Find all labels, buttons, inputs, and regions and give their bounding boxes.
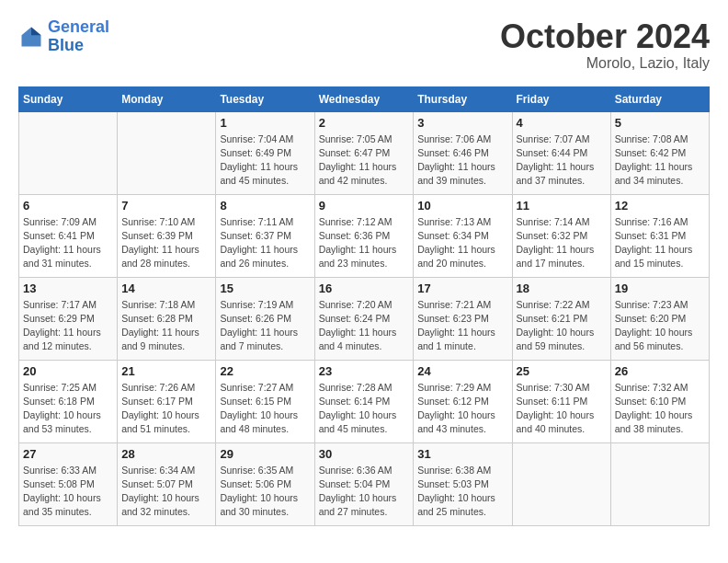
day-info: Sunrise: 7:32 AMSunset: 6:10 PMDaylight:…: [615, 381, 705, 437]
calendar-cell: [118, 111, 216, 194]
day-number: 8: [220, 199, 310, 213]
day-info: Sunrise: 6:35 AMSunset: 5:06 PMDaylight:…: [220, 464, 310, 520]
day-info: Sunrise: 7:10 AMSunset: 6:39 PMDaylight:…: [121, 215, 211, 271]
day-info: Sunrise: 7:22 AMSunset: 6:21 PMDaylight:…: [517, 298, 607, 354]
title-block: October 2024 Morolo, Lazio, Italy: [500, 18, 710, 72]
day-info: Sunrise: 7:06 AMSunset: 6:46 PMDaylight:…: [417, 132, 507, 189]
day-info: Sunrise: 7:18 AMSunset: 6:28 PMDaylight:…: [121, 298, 211, 354]
weekday-header: Thursday: [414, 86, 512, 111]
day-number: 4: [517, 116, 607, 130]
calendar-table: SundayMondayTuesdayWednesdayThursdayFrid…: [18, 86, 710, 526]
day-number: 16: [319, 282, 410, 295]
day-number: 11: [517, 199, 607, 213]
day-info: Sunrise: 7:17 AMSunset: 6:29 PMDaylight:…: [23, 298, 113, 354]
day-info: Sunrise: 7:21 AMSunset: 6:23 PMDaylight:…: [417, 298, 507, 354]
calendar-cell: 26Sunrise: 7:32 AMSunset: 6:10 PMDayligh…: [610, 360, 709, 442]
calendar-cell: 19Sunrise: 7:23 AMSunset: 6:20 PMDayligh…: [610, 277, 709, 360]
day-info: Sunrise: 7:20 AMSunset: 6:24 PMDaylight:…: [319, 298, 410, 354]
weekday-header: Monday: [118, 86, 216, 111]
day-number: 3: [417, 116, 507, 130]
day-number: 18: [517, 282, 607, 295]
day-number: 30: [319, 447, 410, 461]
day-info: Sunrise: 7:25 AMSunset: 6:18 PMDaylight:…: [23, 381, 113, 437]
day-number: 21: [121, 364, 211, 378]
calendar-week-row: 13Sunrise: 7:17 AMSunset: 6:29 PMDayligh…: [19, 277, 710, 360]
day-number: 1: [220, 116, 310, 130]
day-number: 9: [319, 199, 410, 213]
day-info: Sunrise: 7:26 AMSunset: 6:17 PMDaylight:…: [121, 381, 211, 437]
calendar-cell: 10Sunrise: 7:13 AMSunset: 6:34 PMDayligh…: [414, 194, 512, 277]
day-info: Sunrise: 6:34 AMSunset: 5:07 PMDaylight:…: [121, 464, 211, 520]
calendar-cell: 27Sunrise: 6:33 AMSunset: 5:08 PMDayligh…: [19, 442, 118, 525]
page-header: General Blue October 2024 Morolo, Lazio,…: [18, 18, 710, 72]
calendar-cell: 18Sunrise: 7:22 AMSunset: 6:21 PMDayligh…: [512, 277, 610, 360]
calendar-cell: 12Sunrise: 7:16 AMSunset: 6:31 PMDayligh…: [610, 194, 709, 277]
day-number: 17: [417, 282, 507, 295]
calendar-cell: 28Sunrise: 6:34 AMSunset: 5:07 PMDayligh…: [118, 442, 216, 525]
svg-marker-1: [31, 27, 41, 35]
day-number: 15: [220, 282, 310, 295]
day-number: 24: [417, 364, 507, 378]
day-number: 20: [23, 364, 113, 378]
calendar-cell: 7Sunrise: 7:10 AMSunset: 6:39 PMDaylight…: [118, 194, 216, 277]
day-info: Sunrise: 7:27 AMSunset: 6:15 PMDaylight:…: [220, 381, 310, 437]
day-number: 2: [319, 116, 410, 130]
day-number: 26: [615, 364, 705, 378]
calendar-week-row: 6Sunrise: 7:09 AMSunset: 6:41 PMDaylight…: [19, 194, 710, 277]
day-info: Sunrise: 7:28 AMSunset: 6:14 PMDaylight:…: [319, 381, 410, 437]
day-number: 19: [615, 282, 705, 295]
calendar-header: SundayMondayTuesdayWednesdayThursdayFrid…: [19, 86, 710, 111]
weekday-header: Friday: [512, 86, 610, 111]
day-info: Sunrise: 7:11 AMSunset: 6:37 PMDaylight:…: [220, 215, 310, 271]
calendar-cell: 20Sunrise: 7:25 AMSunset: 6:18 PMDayligh…: [19, 360, 118, 442]
weekday-header: Saturday: [610, 86, 709, 111]
day-number: 6: [23, 199, 113, 213]
logo-icon: [18, 24, 44, 50]
day-info: Sunrise: 7:13 AMSunset: 6:34 PMDaylight:…: [417, 215, 507, 271]
calendar-cell: [19, 111, 118, 194]
day-info: Sunrise: 6:38 AMSunset: 5:03 PMDaylight:…: [417, 464, 507, 520]
calendar-cell: 5Sunrise: 7:08 AMSunset: 6:42 PMDaylight…: [610, 111, 709, 194]
day-info: Sunrise: 7:05 AMSunset: 6:47 PMDaylight:…: [319, 132, 410, 189]
logo-line1: General: [48, 17, 109, 36]
calendar-cell: [512, 442, 610, 525]
day-number: 10: [417, 199, 507, 213]
calendar-cell: 23Sunrise: 7:28 AMSunset: 6:14 PMDayligh…: [314, 360, 414, 442]
calendar-cell: 3Sunrise: 7:06 AMSunset: 6:46 PMDaylight…: [414, 111, 512, 194]
day-info: Sunrise: 7:29 AMSunset: 6:12 PMDaylight:…: [417, 381, 507, 437]
day-info: Sunrise: 7:08 AMSunset: 6:42 PMDaylight:…: [615, 132, 705, 189]
calendar-cell: 31Sunrise: 6:38 AMSunset: 5:03 PMDayligh…: [414, 442, 512, 525]
day-number: 27: [23, 447, 113, 461]
day-number: 5: [615, 116, 705, 130]
calendar-week-row: 1Sunrise: 7:04 AMSunset: 6:49 PMDaylight…: [19, 111, 710, 194]
day-info: Sunrise: 7:19 AMSunset: 6:26 PMDaylight:…: [220, 298, 310, 354]
calendar-cell: 13Sunrise: 7:17 AMSunset: 6:29 PMDayligh…: [19, 277, 118, 360]
calendar-cell: 9Sunrise: 7:12 AMSunset: 6:36 PMDaylight…: [314, 194, 414, 277]
day-info: Sunrise: 7:12 AMSunset: 6:36 PMDaylight:…: [319, 215, 410, 271]
calendar-cell: 14Sunrise: 7:18 AMSunset: 6:28 PMDayligh…: [118, 277, 216, 360]
calendar-cell: 25Sunrise: 7:30 AMSunset: 6:11 PMDayligh…: [512, 360, 610, 442]
day-number: 14: [121, 282, 211, 295]
month-title: October 2024: [500, 18, 710, 55]
day-number: 28: [121, 447, 211, 461]
calendar-cell: 11Sunrise: 7:14 AMSunset: 6:32 PMDayligh…: [512, 194, 610, 277]
calendar-cell: 1Sunrise: 7:04 AMSunset: 6:49 PMDaylight…: [216, 111, 314, 194]
day-info: Sunrise: 7:14 AMSunset: 6:32 PMDaylight:…: [517, 215, 607, 271]
logo-line2: Blue: [48, 36, 84, 54]
day-info: Sunrise: 7:09 AMSunset: 6:41 PMDaylight:…: [23, 215, 113, 271]
calendar-cell: 6Sunrise: 7:09 AMSunset: 6:41 PMDaylight…: [19, 194, 118, 277]
day-info: Sunrise: 6:33 AMSunset: 5:08 PMDaylight:…: [23, 464, 113, 520]
calendar-cell: 2Sunrise: 7:05 AMSunset: 6:47 PMDaylight…: [314, 111, 414, 194]
calendar-cell: 22Sunrise: 7:27 AMSunset: 6:15 PMDayligh…: [216, 360, 314, 442]
calendar-cell: 24Sunrise: 7:29 AMSunset: 6:12 PMDayligh…: [414, 360, 512, 442]
weekday-row: SundayMondayTuesdayWednesdayThursdayFrid…: [19, 86, 710, 111]
calendar-body: 1Sunrise: 7:04 AMSunset: 6:49 PMDaylight…: [19, 111, 710, 525]
day-number: 7: [121, 199, 211, 213]
day-info: Sunrise: 7:16 AMSunset: 6:31 PMDaylight:…: [615, 215, 705, 271]
day-number: 12: [615, 199, 705, 213]
day-info: Sunrise: 6:36 AMSunset: 5:04 PMDaylight:…: [319, 464, 410, 520]
calendar-week-row: 27Sunrise: 6:33 AMSunset: 5:08 PMDayligh…: [19, 442, 710, 525]
calendar-cell: 16Sunrise: 7:20 AMSunset: 6:24 PMDayligh…: [314, 277, 414, 360]
day-info: Sunrise: 7:30 AMSunset: 6:11 PMDaylight:…: [517, 381, 607, 437]
day-number: 25: [517, 364, 607, 378]
